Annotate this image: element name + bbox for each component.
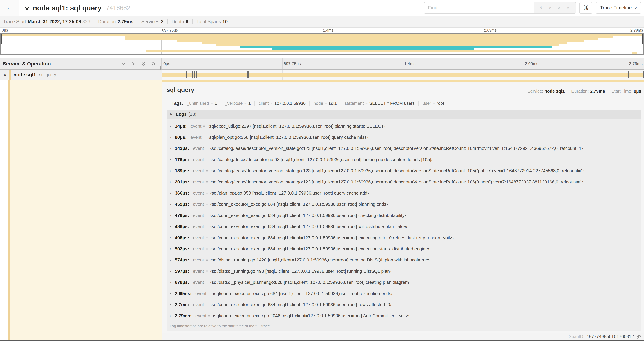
minimap-span-bar bbox=[272, 48, 474, 50]
trace-title-group: ∨ node sql1: sql query 7418682 bbox=[25, 0, 130, 16]
log-row[interactable]: ›366μs:event=‹sql/plan_opt.go:358 [nsql1… bbox=[166, 187, 641, 199]
minimap-span-bar bbox=[146, 50, 610, 52]
equals-sign: = bbox=[206, 202, 208, 206]
divider bbox=[192, 19, 192, 24]
minimap-span-bar bbox=[240, 46, 552, 48]
collapse-trace-chevron-icon[interactable]: ∨ bbox=[24, 5, 30, 11]
log-row[interactable]: ›2.79ms:event=‹sql/conn_executor_exec.go… bbox=[166, 310, 641, 321]
log-row[interactable]: ›2.69ms:event=‹sql/conn_executor_exec.go… bbox=[166, 288, 641, 299]
log-field-value: ‹sql/exec_util.go:2297 [nsql1,client=127… bbox=[208, 124, 385, 129]
logs-accordion-header[interactable]: ∨ Logs (18) bbox=[166, 110, 641, 119]
copy-link-icon[interactable] bbox=[636, 334, 641, 339]
trace-meta-item: Duration2.79ms bbox=[98, 19, 134, 25]
find-input[interactable] bbox=[424, 3, 534, 13]
log-event-tick bbox=[627, 71, 627, 78]
expand-all-icon[interactable] bbox=[151, 61, 156, 66]
log-row[interactable]: ›189μs:event=‹sql/catalog/lease/descript… bbox=[166, 165, 641, 176]
chevron-right-icon: › bbox=[170, 235, 175, 240]
log-field-value: ‹sql/catalog/lease/descriptor_version_st… bbox=[210, 168, 584, 173]
keyboard-shortcuts-button[interactable]: ⌘ bbox=[579, 2, 592, 14]
ruler-tick-label: 1.4ms bbox=[404, 61, 416, 66]
meta-value: March 31 2022, 17:25:09 bbox=[28, 19, 81, 25]
next-result-icon[interactable]: ∨ bbox=[557, 6, 561, 10]
chevron-right-icon: › bbox=[170, 269, 175, 273]
collapse-one-icon[interactable] bbox=[121, 61, 126, 66]
log-timestamp: 80μs: bbox=[175, 135, 186, 140]
log-timestamp: 2.79ms: bbox=[175, 313, 192, 318]
tag-value: root bbox=[436, 101, 444, 106]
minimap-right-drag-handle[interactable] bbox=[642, 34, 643, 44]
minimap-span-bar bbox=[1, 34, 643, 36]
trace-id: 7418682 bbox=[106, 4, 130, 12]
log-row[interactable]: ›678μs:event=‹sql/distsql_physical_plann… bbox=[166, 277, 641, 288]
log-row[interactable]: ›459μs:event=‹sql/conn_executor_exec.go:… bbox=[166, 199, 641, 210]
log-row[interactable]: ›176μs:event=‹sql/catalog/descs/descript… bbox=[166, 154, 641, 165]
divider bbox=[137, 19, 138, 24]
tag-key: node bbox=[314, 101, 323, 106]
log-row[interactable]: ›2.7ms:event=‹sql/conn_executor_exec.go:… bbox=[166, 299, 641, 310]
column-resize-grip[interactable] bbox=[159, 66, 161, 70]
log-row[interactable]: ›486μs:event=‹sql/conn_executor_exec.go:… bbox=[166, 221, 641, 232]
log-field-value: ‹sql/catalog/descs/descriptor.go:98 [nsq… bbox=[210, 157, 432, 162]
timeline-ruler: 0μs 697.75μs 1.4ms 2.09ms 2.79ms bbox=[162, 58, 644, 70]
trace-meta-item: Depth6 bbox=[172, 19, 188, 25]
log-row[interactable]: ›476μs:event=‹sql/conn_executor_exec.go:… bbox=[166, 210, 641, 221]
view-selector-label: Trace Timeline bbox=[600, 5, 632, 11]
log-field-key: event bbox=[193, 246, 204, 252]
log-timestamp: 495μs: bbox=[175, 235, 189, 240]
log-row[interactable]: ›574μs:event=‹sql/distsql_running.go:142… bbox=[166, 254, 641, 266]
log-row[interactable]: ›34μs:event=‹sql/exec_util.go:2297 [nsql… bbox=[166, 121, 641, 132]
clear-search-icon[interactable]: ✕ bbox=[566, 5, 570, 11]
log-row[interactable]: ›142μs:event=‹sql/catalog/lease/descript… bbox=[166, 143, 641, 154]
duration-value: 2.79ms bbox=[590, 89, 605, 94]
minimap-span-bar bbox=[178, 40, 584, 42]
log-row[interactable]: ›597μs:event=‹sql/distsql_running.go:498… bbox=[166, 266, 641, 277]
log-timestamp: 176μs: bbox=[175, 157, 189, 162]
service-operation-label: Service & Operation bbox=[3, 61, 51, 67]
prev-result-icon[interactable]: ∧ bbox=[548, 6, 552, 10]
header-controls: ⌖ ∧ ∨ ✕ ⌘ Trace Timeline ∨ bbox=[424, 2, 641, 14]
expand-one-icon[interactable] bbox=[131, 61, 136, 66]
start-time-value: 0μs bbox=[634, 89, 641, 94]
meta-value-fraction: .326 bbox=[81, 19, 90, 25]
equals-sign: = bbox=[206, 158, 208, 162]
equals-sign: = bbox=[211, 101, 213, 105]
minimap-left-drag-handle[interactable] bbox=[1, 34, 2, 44]
tag-item: statement=SELECT * FROM users bbox=[345, 101, 414, 106]
view-selector-button[interactable]: Trace Timeline ∨ bbox=[596, 2, 641, 14]
chevron-right-icon: › bbox=[170, 314, 175, 318]
log-event-tick bbox=[186, 71, 186, 78]
span-duration-bar[interactable] bbox=[162, 74, 644, 77]
log-field-key: event bbox=[190, 135, 202, 140]
chevron-down-icon: ∨ bbox=[169, 112, 173, 116]
log-row[interactable]: ›495μs:event=‹sql/conn_executor_exec.go:… bbox=[166, 232, 641, 243]
minimap-span-bar bbox=[125, 38, 598, 40]
tags-accordion[interactable]: › Tags: _unfinished=1_verbose=1client=12… bbox=[166, 98, 641, 109]
span-id-label: SpanID: bbox=[569, 334, 584, 339]
span-collapse-chevron-icon[interactable]: ∨ bbox=[3, 72, 7, 77]
span-row-name-cell[interactable]: ∨ node sql1 sql query bbox=[0, 70, 162, 80]
tag-item: user=root bbox=[422, 101, 444, 106]
collapse-all-icon[interactable] bbox=[141, 61, 146, 66]
locate-icon[interactable]: ⌖ bbox=[540, 5, 543, 11]
log-row[interactable]: ›502μs:event=‹sql/conn_executor_exec.go:… bbox=[166, 243, 641, 254]
log-timestamp: 2.7ms: bbox=[175, 302, 189, 307]
back-button[interactable]: ← bbox=[0, 0, 20, 16]
tag-item: client=127.0.0.1:59936 bbox=[259, 101, 306, 106]
log-row[interactable]: ›80μs:event=‹sql/plan_opt.go:358 [nsql1,… bbox=[166, 132, 641, 143]
selected-row-highlight bbox=[10, 80, 162, 340]
equals-sign: = bbox=[208, 291, 210, 296]
duration-label: Duration:2.79ms bbox=[571, 89, 605, 94]
log-row[interactable]: ›201μs:event=‹sql/catalog/lease/descript… bbox=[166, 176, 641, 187]
service-operation-header: Service & Operation bbox=[0, 58, 162, 70]
log-timestamp: 678μs: bbox=[175, 280, 189, 285]
tags-label: Tags: bbox=[172, 101, 183, 106]
page-title: node sql1: sql query bbox=[33, 4, 102, 12]
minimap-tick-label: 2.79ms bbox=[630, 28, 643, 33]
log-event-tick bbox=[176, 71, 176, 78]
equals-sign: = bbox=[206, 280, 208, 284]
log-event-tick bbox=[628, 71, 629, 78]
log-event-tick bbox=[246, 71, 246, 78]
equals-sign: = bbox=[206, 236, 208, 240]
minimap-canvas[interactable] bbox=[0, 33, 644, 55]
